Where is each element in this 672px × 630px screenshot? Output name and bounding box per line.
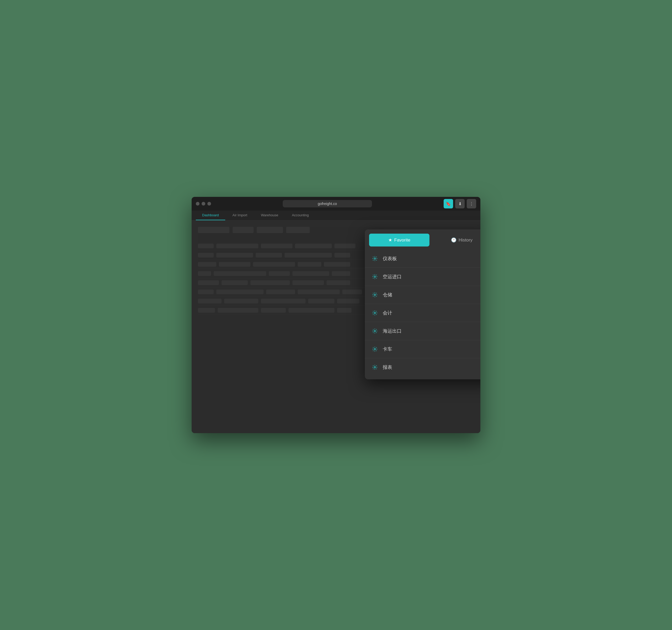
tab-warehouse[interactable]: Warehouse bbox=[255, 211, 285, 220]
menu-item-label: 仓储 bbox=[383, 292, 480, 298]
skeleton-block bbox=[219, 262, 250, 267]
menu-item-sea-export[interactable]: 海运出口 ≡ bbox=[365, 322, 480, 340]
close-traffic-light[interactable] bbox=[196, 202, 199, 205]
dashboard-icon bbox=[371, 255, 379, 262]
skeleton-block bbox=[285, 253, 332, 258]
menu-list: 仪表板 ≡ 空运进口 ≡ bbox=[365, 246, 480, 379]
menu-item-truck[interactable]: 卡车 ≡ bbox=[365, 340, 480, 358]
skeleton-block bbox=[214, 271, 266, 276]
clock-icon: 🕐 bbox=[451, 237, 456, 243]
skeleton-block bbox=[261, 299, 306, 304]
skeleton-block bbox=[216, 253, 253, 258]
star-icon: ★ bbox=[388, 237, 392, 243]
download-button[interactable]: ⬇ bbox=[455, 199, 465, 209]
skeleton-block bbox=[342, 290, 362, 294]
warehouse-icon bbox=[371, 291, 379, 298]
svg-point-2 bbox=[374, 294, 376, 296]
skeleton-block bbox=[221, 280, 248, 285]
browser-actions: 🔖 ⬇ ⋮ bbox=[443, 199, 476, 209]
skeleton-block bbox=[327, 280, 350, 285]
tab-air-import[interactable]: Air Import bbox=[226, 211, 254, 220]
minimize-traffic-light[interactable] bbox=[201, 202, 205, 205]
svg-point-5 bbox=[374, 348, 376, 350]
skeleton-block bbox=[198, 244, 214, 248]
page-content: Dashboard Air Import Warehouse Accountin… bbox=[192, 211, 480, 433]
skeleton-block bbox=[198, 227, 230, 233]
skeleton-block bbox=[292, 271, 329, 276]
svg-point-1 bbox=[374, 276, 376, 277]
browser-titlebar: 🔖 ⬇ ⋮ bbox=[192, 197, 480, 211]
menu-button[interactable]: ⋮ bbox=[467, 199, 476, 209]
traffic-lights bbox=[196, 202, 211, 205]
menu-item-air-import[interactable]: 空运进口 ≡ bbox=[365, 268, 480, 286]
panel-tabs: ★ Favorite 🕐 History bbox=[365, 229, 480, 246]
skeleton-block bbox=[298, 262, 321, 267]
skeleton-block bbox=[198, 280, 219, 285]
menu-item-label: 会计 bbox=[383, 310, 480, 316]
skeleton-block bbox=[218, 308, 258, 313]
tab-accounting[interactable]: Accounting bbox=[286, 211, 315, 220]
skeleton-block bbox=[198, 308, 215, 313]
sea-export-icon bbox=[371, 328, 379, 335]
skeleton-block bbox=[269, 271, 290, 276]
skeleton-block bbox=[198, 290, 214, 294]
browser-window: 🔖 ⬇ ⋮ Dashboard Air Import Warehouse Acc… bbox=[192, 197, 480, 433]
svg-point-6 bbox=[374, 366, 376, 368]
tab-dashboard[interactable]: Dashboard bbox=[196, 211, 225, 220]
svg-point-3 bbox=[374, 312, 376, 314]
panel-tab-favorite[interactable]: ★ Favorite bbox=[369, 234, 429, 246]
bookmark-icon: 🔖 bbox=[446, 201, 451, 206]
skeleton-block bbox=[257, 227, 283, 233]
skeleton-block bbox=[334, 244, 355, 248]
menu-item-label: 卡车 bbox=[383, 346, 480, 352]
skeleton-block bbox=[334, 253, 350, 258]
menu-item-label: 空运进口 bbox=[383, 273, 480, 280]
address-input[interactable] bbox=[283, 200, 372, 208]
tab-bar: Dashboard Air Import Warehouse Accountin… bbox=[192, 211, 480, 220]
menu-item-label: 仪表板 bbox=[383, 256, 480, 262]
skeleton-block bbox=[198, 299, 221, 304]
skeleton-block bbox=[253, 262, 295, 267]
skeleton-block bbox=[198, 253, 214, 258]
bookmark-button[interactable]: 🔖 bbox=[443, 199, 453, 209]
skeleton-block bbox=[337, 308, 352, 313]
maximize-traffic-light[interactable] bbox=[207, 202, 211, 205]
skeleton-block bbox=[224, 299, 258, 304]
menu-item-warehouse[interactable]: 仓储 ≡ bbox=[365, 286, 480, 304]
menu-item-label: 海运出口 bbox=[383, 328, 480, 334]
menu-item-dashboard[interactable]: 仪表板 ≡ bbox=[365, 250, 480, 268]
skeleton-block bbox=[198, 271, 211, 276]
skeleton-block bbox=[332, 271, 350, 276]
download-icon: ⬇ bbox=[458, 201, 462, 206]
air-import-icon bbox=[371, 273, 379, 280]
reports-icon bbox=[371, 364, 379, 371]
menu-item-label: 报表 bbox=[383, 364, 480, 370]
skeleton-block bbox=[233, 227, 254, 233]
favorite-tab-label: Favorite bbox=[394, 238, 410, 243]
skeleton-block bbox=[298, 290, 340, 294]
skeleton-block bbox=[198, 262, 216, 267]
skeleton-block bbox=[337, 299, 359, 304]
skeleton-block bbox=[266, 290, 295, 294]
svg-point-0 bbox=[374, 258, 376, 259]
skeleton-block bbox=[308, 299, 334, 304]
ellipsis-icon: ⋮ bbox=[469, 201, 474, 206]
address-bar-container bbox=[214, 200, 440, 208]
skeleton-block bbox=[292, 280, 324, 285]
svg-point-4 bbox=[374, 330, 376, 332]
truck-icon bbox=[371, 345, 379, 353]
history-tab-label: History bbox=[459, 238, 473, 243]
menu-item-accounting[interactable]: 会计 ≡ bbox=[365, 304, 480, 322]
panel-tab-history[interactable]: 🕐 History bbox=[432, 234, 480, 246]
skeleton-block bbox=[261, 244, 292, 248]
skeleton-block bbox=[295, 244, 332, 248]
skeleton-block bbox=[216, 290, 264, 294]
skeleton-block bbox=[286, 227, 310, 233]
skeleton-block bbox=[216, 244, 258, 248]
skeleton-block bbox=[288, 308, 334, 313]
skeleton-block bbox=[324, 262, 350, 267]
skeleton-block bbox=[261, 308, 286, 313]
menu-item-reports[interactable]: 报表 ≡ bbox=[365, 358, 480, 376]
skeleton-block bbox=[250, 280, 290, 285]
accounting-icon bbox=[371, 309, 379, 317]
